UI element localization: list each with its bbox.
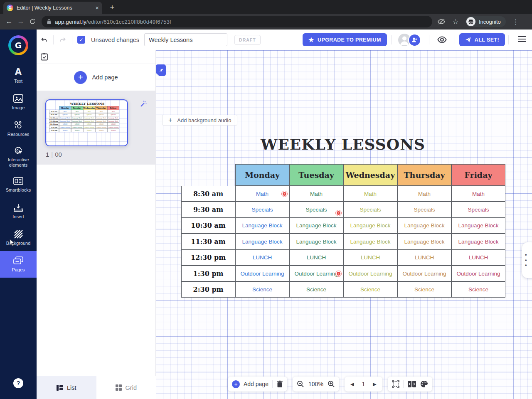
new-tab-icon[interactable]: + xyxy=(107,2,117,12)
day-header-monday[interactable]: Monday xyxy=(235,164,289,186)
table-cell[interactable]: Math xyxy=(397,186,451,202)
table-cell[interactable]: Language Block xyxy=(235,234,289,249)
table-cell[interactable]: Specials xyxy=(289,202,343,217)
table-cell[interactable]: Math xyxy=(451,186,505,202)
sidebar-item-interactive-elements[interactable]: Interactive elements xyxy=(0,142,37,171)
table-cell[interactable]: Specials xyxy=(451,202,505,217)
table-cell[interactable]: LUNCH xyxy=(235,250,289,266)
table-cell[interactable]: Science xyxy=(235,281,289,297)
sidebar-item-smartblocks[interactable]: Smartblocks xyxy=(0,171,37,198)
palette-icon[interactable] xyxy=(420,380,428,388)
panel-header xyxy=(37,50,155,64)
sidebar-item-insert[interactable]: Insert xyxy=(0,198,37,224)
tab-grid[interactable]: Grid xyxy=(96,376,156,399)
table-cell[interactable]: LUNCH xyxy=(451,250,505,266)
sidebar-item-image[interactable]: Image xyxy=(0,89,37,116)
table-cell[interactable]: Langauge Block xyxy=(343,234,397,249)
table-cell[interactable]: Specials xyxy=(235,202,289,217)
table-cell[interactable]: Science xyxy=(343,281,397,297)
redo-icon[interactable] xyxy=(55,36,70,44)
time-cell[interactable]: 9:30 am xyxy=(181,202,235,217)
tab-close-icon[interactable]: × xyxy=(95,5,99,11)
table-cell[interactable]: Science xyxy=(289,281,343,297)
table-cell[interactable]: Math xyxy=(343,186,397,202)
add-audio-button[interactable]: + Add background audio xyxy=(162,115,237,126)
table-cell[interactable]: Langauge Block xyxy=(343,218,397,234)
time-cell[interactable]: 12:30 pm xyxy=(181,250,235,266)
table-cell[interactable]: Specials xyxy=(397,202,451,217)
next-page-icon[interactable]: ▶ xyxy=(371,382,378,387)
sidebar-item-text[interactable]: AText xyxy=(0,62,37,89)
genially-logo[interactable]: G xyxy=(8,35,28,55)
table-cell[interactable]: Science xyxy=(451,281,505,297)
table-cell[interactable]: LUNCH xyxy=(397,250,451,266)
pin-badge[interactable] xyxy=(156,64,166,76)
table-cell[interactable]: Outdoor Learning xyxy=(343,266,397,281)
upgrade-button[interactable]: ★ UPGRADE TO PREMIUM xyxy=(303,33,387,46)
magic-wand-icon[interactable] xyxy=(140,100,147,108)
page-thumbnail[interactable]: WEEKLY LESSONS MondayTuesdayWednesdayThu… xyxy=(45,99,128,146)
zoom-in-icon[interactable] xyxy=(328,380,335,388)
table-cell[interactable]: LUNCH xyxy=(289,250,343,266)
time-cell[interactable]: 11:30 am xyxy=(181,234,235,249)
sidebar-item-resources[interactable]: Resources xyxy=(0,116,37,142)
back-icon[interactable]: ← xyxy=(3,17,15,26)
table-cell[interactable]: Outdoor Learning xyxy=(235,266,289,281)
tab-list[interactable]: List xyxy=(37,376,96,399)
table-cell[interactable]: Language Block xyxy=(397,218,451,234)
bookmark-star-icon[interactable]: ☆ xyxy=(450,17,461,26)
table-cell[interactable]: Language Block xyxy=(289,234,343,249)
table-cell[interactable]: Language Block xyxy=(289,218,343,234)
table-cell[interactable]: LUNCH xyxy=(343,250,397,266)
table-cell[interactable]: Language Block xyxy=(451,234,505,249)
add-page-row[interactable]: + Add page xyxy=(37,64,155,91)
table-cell[interactable]: Language Block xyxy=(235,218,289,234)
all-set-button[interactable]: ALL SET! xyxy=(459,33,505,46)
table-cell[interactable]: Language Block xyxy=(451,218,505,234)
reload-icon[interactable] xyxy=(27,18,38,25)
day-header-thursday[interactable]: Thursday xyxy=(397,164,451,186)
compare-panels-icon[interactable] xyxy=(407,380,416,388)
table-cell[interactable]: Outdoor Learning xyxy=(451,266,505,281)
forward-icon[interactable]: → xyxy=(15,17,27,26)
editor-canvas[interactable]: + Add background audio WEEKLY LESSONS Mo… xyxy=(156,50,532,399)
menu-icon[interactable] xyxy=(512,36,532,44)
table-cell[interactable]: Outdoor Learning xyxy=(397,266,451,281)
sidebar-item-background[interactable]: Background xyxy=(0,224,37,251)
add-page-label[interactable]: Add page xyxy=(244,381,268,387)
invite-user-icon[interactable] xyxy=(408,34,421,47)
canvas-side-handle[interactable]: ••• xyxy=(522,242,532,278)
table-cell[interactable]: Math xyxy=(289,186,343,202)
interactivity-badge[interactable]: ↑ xyxy=(335,210,342,216)
prev-page-icon[interactable]: ◀ xyxy=(349,382,355,387)
eye-off-icon[interactable] xyxy=(437,18,446,25)
time-cell[interactable]: 10:30 am xyxy=(181,218,235,234)
time-cell[interactable]: 2:30 pm xyxy=(181,281,235,297)
sidebar-item-pages[interactable]: Pages xyxy=(0,251,37,278)
undo-icon[interactable] xyxy=(37,36,52,44)
draft-button[interactable]: DRAFT xyxy=(234,35,261,45)
url-field[interactable]: app.genial.ly/editor/610c1cc210ff8b0d49f… xyxy=(42,16,432,27)
day-header-tuesday[interactable]: Tuesday xyxy=(289,164,343,186)
add-page-icon[interactable]: + xyxy=(232,380,240,388)
collaborators[interactable] xyxy=(398,33,422,47)
frame-icon[interactable] xyxy=(392,380,399,388)
time-cell[interactable]: 1:30 pm xyxy=(181,266,235,281)
table-cell: Specials xyxy=(83,113,95,116)
page-title[interactable]: WEEKLY LESSONS xyxy=(260,135,426,153)
trash-icon[interactable] xyxy=(276,380,283,388)
table-cell[interactable]: Language Block xyxy=(397,234,451,249)
preview-eye-icon[interactable] xyxy=(433,36,451,43)
zoom-out-icon[interactable] xyxy=(297,380,304,388)
help-button[interactable]: ? xyxy=(13,378,23,388)
add-page-icon[interactable]: + xyxy=(74,71,87,84)
table-cell[interactable]: Specials xyxy=(343,202,397,217)
table-cell[interactable]: Science xyxy=(397,281,451,297)
browser-menu-icon[interactable]: ⋮ xyxy=(510,18,522,26)
time-cell[interactable]: 8:30 am xyxy=(181,186,235,202)
browser-tab[interactable]: G Editor | Weekly Lessons × xyxy=(3,2,102,14)
clipboard-check-icon[interactable] xyxy=(40,53,48,61)
project-title-input[interactable] xyxy=(144,33,227,46)
day-header-wednesday[interactable]: Wednesday xyxy=(343,164,397,186)
day-header-friday[interactable]: Friday xyxy=(451,164,505,186)
